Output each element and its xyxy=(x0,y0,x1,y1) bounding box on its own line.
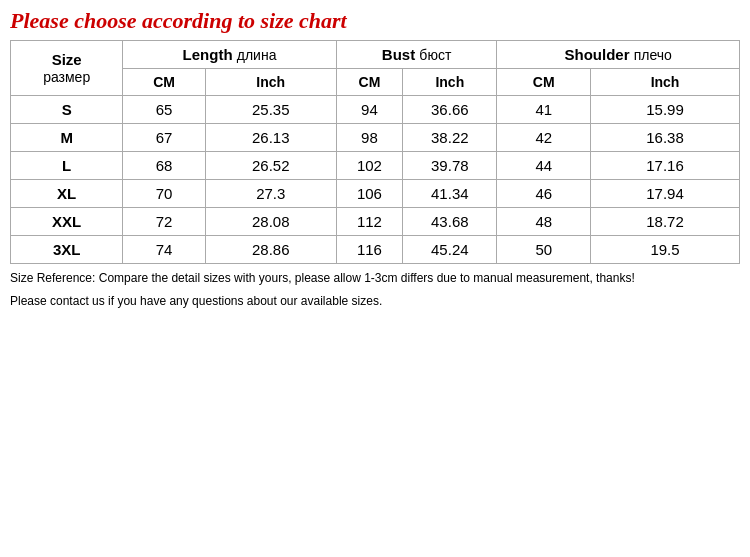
bust-inch-cell: 39.78 xyxy=(403,152,497,180)
shoulder-cm-cell: 44 xyxy=(497,152,591,180)
table-row: M6726.139838.224216.38 xyxy=(11,124,740,152)
size-label-cyrillic: размер xyxy=(43,69,90,85)
length-cm-header: CM xyxy=(123,69,205,96)
size-header: Size размер xyxy=(11,41,123,96)
length-cm-cell: 72 xyxy=(123,208,205,236)
bust-cm-cell: 98 xyxy=(336,124,402,152)
page-title: Please choose according to size chart xyxy=(10,8,740,34)
length-label-ru: длина xyxy=(237,47,277,63)
table-row: XL7027.310641.344617.94 xyxy=(11,180,740,208)
table-row: S6525.359436.664115.99 xyxy=(11,96,740,124)
length-inch-cell: 28.86 xyxy=(205,236,336,264)
shoulder-inch-cell: 17.16 xyxy=(591,152,740,180)
shoulder-inch-cell: 15.99 xyxy=(591,96,740,124)
length-inch-cell: 26.13 xyxy=(205,124,336,152)
length-inch-cell: 27.3 xyxy=(205,180,336,208)
shoulder-cm-cell: 46 xyxy=(497,180,591,208)
bust-cm-cell: 102 xyxy=(336,152,402,180)
bust-inch-cell: 43.68 xyxy=(403,208,497,236)
table-row: XXL7228.0811243.684818.72 xyxy=(11,208,740,236)
size-cell: XL xyxy=(11,180,123,208)
footer-reference: Size Reference: Compare the detail sizes… xyxy=(10,269,740,287)
shoulder-cm-cell: 42 xyxy=(497,124,591,152)
length-cm-cell: 74 xyxy=(123,236,205,264)
size-cell: XXL xyxy=(11,208,123,236)
shoulder-inch-header: Inch xyxy=(591,69,740,96)
shoulder-cm-cell: 50 xyxy=(497,236,591,264)
shoulder-inch-cell: 17.94 xyxy=(591,180,740,208)
length-cm-cell: 68 xyxy=(123,152,205,180)
bust-inch-header: Inch xyxy=(403,69,497,96)
bust-label-en: Bust xyxy=(382,46,415,63)
bust-label-ru: бюст xyxy=(419,47,451,63)
bust-inch-cell: 36.66 xyxy=(403,96,497,124)
size-cell: M xyxy=(11,124,123,152)
length-label-en: Length xyxy=(183,46,233,63)
length-header: Length длина xyxy=(123,41,336,69)
bust-header: Bust бюст xyxy=(336,41,497,69)
bust-inch-cell: 38.22 xyxy=(403,124,497,152)
size-chart-table: Size размер Length длина Bust бюст Shoul… xyxy=(10,40,740,264)
shoulder-inch-cell: 16.38 xyxy=(591,124,740,152)
bust-inch-cell: 41.34 xyxy=(403,180,497,208)
shoulder-inch-cell: 19.5 xyxy=(591,236,740,264)
table-header-row-1: Size размер Length длина Bust бюст Shoul… xyxy=(11,41,740,69)
size-cell: S xyxy=(11,96,123,124)
bust-cm-cell: 94 xyxy=(336,96,402,124)
footer-contact: Please contact us if you have any questi… xyxy=(10,292,740,310)
shoulder-inch-cell: 18.72 xyxy=(591,208,740,236)
table-row: L6826.5210239.784417.16 xyxy=(11,152,740,180)
size-cell: 3XL xyxy=(11,236,123,264)
bust-cm-header: CM xyxy=(336,69,402,96)
table-row: 3XL7428.8611645.245019.5 xyxy=(11,236,740,264)
length-inch-header: Inch xyxy=(205,69,336,96)
length-cm-cell: 67 xyxy=(123,124,205,152)
length-inch-cell: 25.35 xyxy=(205,96,336,124)
size-cell: L xyxy=(11,152,123,180)
shoulder-cm-header: CM xyxy=(497,69,591,96)
length-inch-cell: 28.08 xyxy=(205,208,336,236)
length-cm-cell: 65 xyxy=(123,96,205,124)
bust-cm-cell: 112 xyxy=(336,208,402,236)
shoulder-cm-cell: 48 xyxy=(497,208,591,236)
length-inch-cell: 26.52 xyxy=(205,152,336,180)
table-body: S6525.359436.664115.99M6726.139838.22421… xyxy=(11,96,740,264)
length-cm-cell: 70 xyxy=(123,180,205,208)
shoulder-label-en: Shoulder xyxy=(565,46,630,63)
bust-cm-cell: 106 xyxy=(336,180,402,208)
shoulder-label-ru: плечо xyxy=(634,47,672,63)
bust-cm-cell: 116 xyxy=(336,236,402,264)
size-label: Size xyxy=(52,51,82,68)
main-container: Please choose according to size chart Si… xyxy=(0,0,750,557)
shoulder-cm-cell: 41 xyxy=(497,96,591,124)
bust-inch-cell: 45.24 xyxy=(403,236,497,264)
shoulder-header: Shoulder плечо xyxy=(497,41,740,69)
